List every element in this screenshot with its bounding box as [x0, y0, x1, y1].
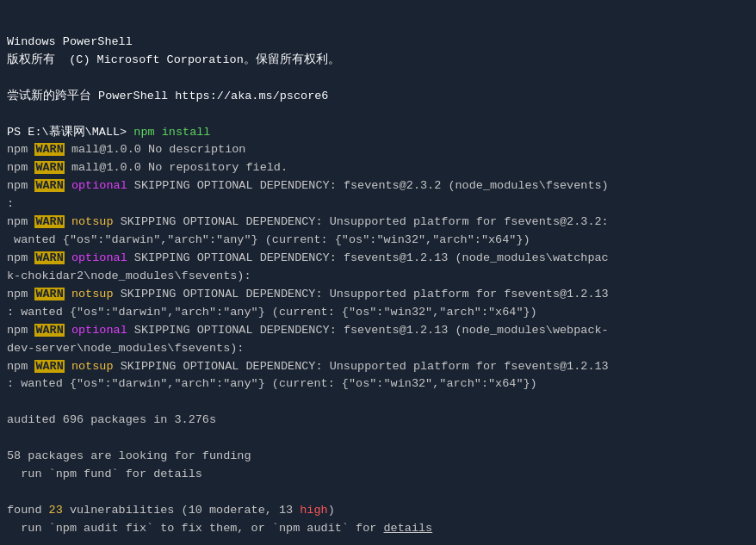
header-line1: Windows PowerShell — [7, 35, 133, 48]
warn-line5: npm WARN optional SKIPPING OPTIONAL DEPE… — [7, 251, 609, 282]
warn-line1: npm WARN mall@1.0.0 No description — [7, 143, 245, 156]
warn-line4: npm WARN notsup SKIPPING OPTIONAL DEPEND… — [7, 215, 609, 246]
funding-line2: run `npm fund` for details — [7, 468, 202, 480]
terminal-output: Windows PowerShell 版权所有 (C) Microsoft Co… — [7, 15, 749, 538]
prompt-line: PS E:\慕课网\MALL> npm install — [7, 126, 210, 139]
header-line2: 版权所有 (C) Microsoft Corporation。保留所有权利。 — [7, 53, 340, 66]
warn-line8: npm WARN notsup SKIPPING OPTIONAL DEPEND… — [7, 360, 609, 391]
warn-line2: npm WARN mall@1.0.0 No repository field. — [7, 161, 288, 174]
audit-line: audited 696 packages in 3.276s — [7, 413, 216, 426]
warn-line6: npm WARN notsup SKIPPING OPTIONAL DEPEND… — [7, 288, 609, 319]
header-line3: 尝试新的跨平台 PowerShell https://aka.ms/pscore… — [7, 90, 328, 102]
warn-line7: npm WARN optional SKIPPING OPTIONAL DEPE… — [7, 324, 609, 355]
vuln-line1: found 23 vulnerabilities (10 moderate, 1… — [7, 504, 335, 517]
vuln-line2: run `npm audit fix` to fix them, or `npm… — [7, 522, 432, 535]
warn-line3: npm WARN optional SKIPPING OPTIONAL DEPE… — [7, 179, 609, 210]
funding-line1: 58 packages are looking for funding — [7, 449, 251, 462]
